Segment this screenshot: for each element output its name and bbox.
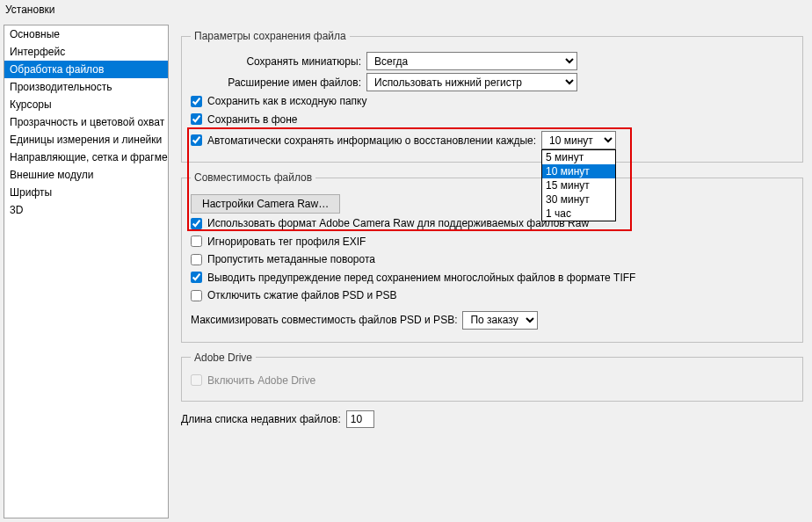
sidebar-item[interactable]: Прозрачность и цветовой охват [4,113,168,131]
file-save-group: Параметры сохранения файла Сохранять мин… [181,30,803,163]
sidebar-item[interactable]: Шрифты [4,184,168,201]
sidebar: ОсновныеИнтерфейсОбработка файловПроизво… [4,25,169,518]
sidebar-item[interactable]: Интерфейс [4,43,168,61]
skip-rotate-checkbox[interactable]: Пропустить метаданные поворота [191,253,375,265]
maximize-psd-select[interactable]: По заказу [462,311,538,330]
enable-adobe-drive-checkbox[interactable]: Включить Adobe Drive [191,374,315,387]
compat-legend: Совместимость файлов [191,171,315,184]
autosave-option[interactable]: 1 час [542,207,615,221]
thumbnails-select[interactable]: Всегда [366,52,577,70]
thumbnails-label: Сохранять миниатюры: [191,55,366,68]
autosave-option[interactable]: 30 минут [542,192,615,207]
compat-group: Совместимость файлов Настройки Camera Ra… [181,171,803,343]
extension-label: Расширение имен файлов: [191,76,366,89]
autosave-option[interactable]: 5 минут [542,150,615,164]
adobe-drive-group: Adobe Drive Включить Adobe Drive [181,352,803,402]
sidebar-item[interactable]: Направляющие, сетка и фрагменты [4,149,168,166]
adobe-drive-legend: Adobe Drive [191,352,256,364]
extension-select[interactable]: Использовать нижний регистр [366,73,577,91]
recent-files-label: Длина списка недавних файлов: [181,413,341,425]
sidebar-item[interactable]: Обработка файлов [4,61,168,78]
autosave-interval-select[interactable]: 10 минут [541,131,616,149]
use-acr-checkbox[interactable]: Использовать формат Adobe Camera Raw для… [191,217,589,229]
sidebar-item[interactable]: Единицы измерения и линейки [4,131,168,149]
sidebar-item[interactable]: 3D [4,201,168,219]
sidebar-item[interactable]: Основные [4,25,168,43]
autosave-checkbox[interactable]: Автоматически сохранять информацию о вос… [191,134,536,147]
disable-psd-compress-checkbox[interactable]: Отключить сжатие файлов PSD и PSB [191,289,397,301]
content-area: Параметры сохранения файла Сохранять мин… [169,21,812,522]
maximize-psd-label: Максимизировать совместимость файлов PSD… [191,314,457,326]
camera-raw-settings-button[interactable]: Настройки Camera Raw… [191,194,340,214]
save-as-source-checkbox[interactable]: Сохранить как в исходную папку [191,95,366,107]
sidebar-item[interactable]: Внешние модули [4,166,168,184]
window-title: Установки [0,0,812,21]
autosave-option[interactable]: 10 минут [542,164,615,178]
sidebar-item[interactable]: Курсоры [4,96,168,113]
recent-files-input[interactable] [346,410,374,428]
sidebar-item[interactable]: Производительность [4,78,168,96]
save-background-checkbox[interactable]: Сохранить в фоне [191,113,298,126]
tiff-warn-checkbox[interactable]: Выводить предупреждение перед сохранение… [191,272,635,284]
ignore-exif-checkbox[interactable]: Игнорировать тег профиля EXIF [191,236,366,248]
file-save-legend: Параметры сохранения файла [191,30,350,42]
autosave-option[interactable]: 15 минут [542,178,615,192]
autosave-dropdown-list: 5 минут10 минут15 минут30 минут1 час [541,149,616,221]
